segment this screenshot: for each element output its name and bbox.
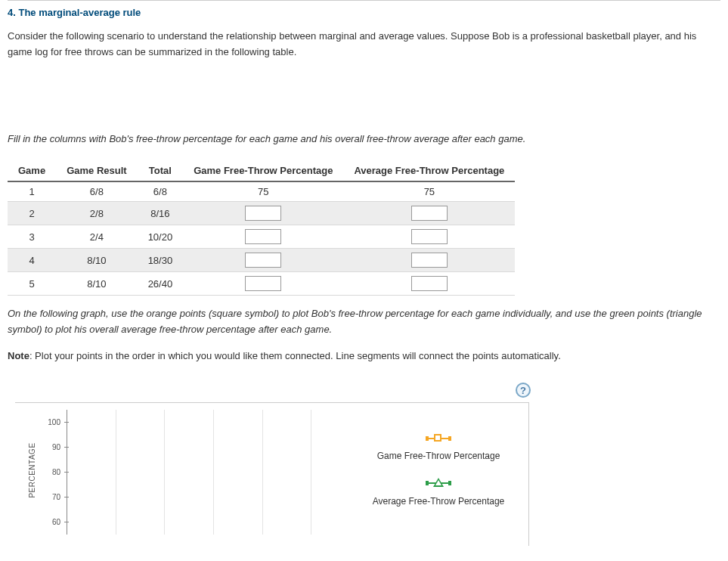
cell-total: 26/40 bbox=[138, 272, 184, 296]
col-game-pct: Game Free-Throw Percentage bbox=[183, 160, 343, 181]
cell-game-pct: 75 bbox=[183, 181, 343, 202]
cell-game: 2 bbox=[8, 202, 56, 225]
col-result: Game Result bbox=[56, 160, 137, 181]
cell-result: 8/10 bbox=[56, 272, 137, 296]
input-game-pct-cell bbox=[183, 202, 343, 225]
intro-paragraph: Consider the following scenario to under… bbox=[8, 26, 720, 68]
input-game-pct[interactable] bbox=[245, 229, 281, 244]
cell-result: 8/10 bbox=[56, 249, 137, 272]
y-tick-label: 70 bbox=[52, 493, 60, 501]
input-game-pct[interactable] bbox=[245, 276, 281, 291]
legend-label-2: Average Free-Throw Percentage bbox=[355, 496, 522, 507]
cell-total: 10/20 bbox=[138, 225, 184, 249]
input-avg-pct-cell bbox=[343, 225, 515, 249]
input-game-pct[interactable] bbox=[245, 206, 281, 221]
col-game: Game bbox=[8, 160, 56, 181]
graph-instruction: On the following graph, use the orange p… bbox=[8, 303, 720, 346]
input-avg-pct-cell bbox=[343, 272, 515, 296]
table-row: 16/86/87575 bbox=[8, 181, 515, 202]
col-avg-pct: Average Free-Throw Percentage bbox=[343, 160, 515, 181]
cell-game: 4 bbox=[8, 249, 56, 272]
cell-game: 5 bbox=[8, 272, 56, 296]
table-row: 22/88/16 bbox=[8, 202, 515, 225]
input-avg-pct[interactable] bbox=[411, 206, 448, 221]
triangle-icon bbox=[426, 478, 451, 488]
free-throw-table: Game Game Result Total Game Free-Throw P… bbox=[8, 160, 515, 296]
input-avg-pct-cell bbox=[343, 249, 515, 272]
cell-avg-pct: 75 bbox=[343, 181, 515, 202]
cell-result: 6/8 bbox=[56, 181, 137, 202]
cell-result: 2/4 bbox=[56, 225, 137, 249]
input-avg-pct[interactable] bbox=[411, 253, 448, 268]
table-row: 48/1018/30 bbox=[8, 249, 515, 272]
input-game-pct-cell bbox=[183, 272, 343, 296]
input-game-pct-cell bbox=[183, 249, 343, 272]
square-icon bbox=[426, 434, 451, 443]
note-label: Note bbox=[8, 350, 29, 361]
chart-container: ? PERCENTAGE 60708090100 Game Free-Throw… bbox=[8, 380, 537, 546]
input-avg-pct[interactable] bbox=[411, 229, 448, 244]
help-button[interactable]: ? bbox=[516, 383, 531, 398]
y-tick-label: 60 bbox=[52, 518, 60, 526]
legend-item-avg-pct[interactable]: Average Free-Throw Percentage bbox=[355, 478, 522, 507]
y-axis-title: PERCENTAGE bbox=[28, 442, 36, 497]
input-avg-pct-cell bbox=[343, 202, 515, 225]
section-number: 4. bbox=[8, 7, 16, 18]
cell-game: 3 bbox=[8, 225, 56, 249]
y-tick-label: 100 bbox=[48, 418, 60, 426]
legend-label-1: Game Free-Throw Percentage bbox=[355, 451, 522, 461]
cell-total: 8/16 bbox=[138, 202, 184, 225]
y-tick-label: 90 bbox=[52, 443, 60, 451]
col-total: Total bbox=[138, 160, 184, 181]
section-title: 4. The marginal-average rule bbox=[8, 2, 720, 26]
fill-instruction: Fill in the columns with Bob's free-thro… bbox=[8, 129, 720, 155]
chart-legend: Game Free-Throw Percentage Average Free-… bbox=[355, 434, 522, 523]
input-avg-pct[interactable] bbox=[411, 276, 448, 291]
input-game-pct[interactable] bbox=[245, 253, 281, 268]
plot-area[interactable]: 60708090100 bbox=[67, 410, 316, 535]
note-text: : Plot your points in the order in which… bbox=[29, 350, 561, 361]
table-row: 58/1026/40 bbox=[8, 272, 515, 296]
cell-result: 2/8 bbox=[56, 202, 137, 225]
cell-total: 6/8 bbox=[138, 181, 184, 202]
legend-item-game-pct[interactable]: Game Free-Throw Percentage bbox=[355, 434, 522, 461]
input-game-pct-cell bbox=[183, 225, 343, 249]
section-heading: The marginal-average rule bbox=[18, 7, 141, 18]
cell-game: 1 bbox=[8, 181, 56, 202]
y-tick-label: 80 bbox=[52, 468, 60, 476]
note-paragraph: Note: Plot your points in the order in w… bbox=[8, 346, 720, 372]
cell-total: 18/30 bbox=[138, 249, 184, 272]
table-row: 32/410/20 bbox=[8, 225, 515, 249]
